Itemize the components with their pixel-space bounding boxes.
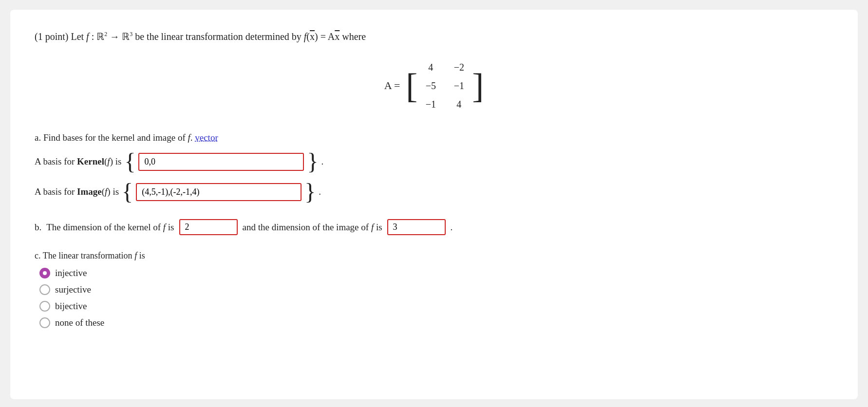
radio-none-label: none of these [55,317,104,328]
radio-none[interactable]: none of these [39,317,833,328]
part-b-text2: and the dimension of the image of f is [243,222,382,233]
radio-bijective-circle[interactable] [39,301,50,312]
part-c: c. The linear transformation f is inject… [35,251,833,328]
kernel-label-text: A basis for Kernel(f) is [35,156,121,167]
matrix-bracket-container: [ 4 −2 −5 −1 −1 4 ] [406,58,484,113]
part-a: a. Find bases for the kernel and image o… [35,132,833,204]
kernel-period: . [321,156,323,167]
image-period: . [319,186,321,197]
cell-20: −1 [426,99,436,110]
kernel-dim-input[interactable] [179,219,238,235]
part-b: b. The dimension of the kernel of f is a… [35,219,833,235]
kernel-input[interactable] [138,153,304,171]
image-close-brace: } [304,180,316,204]
kernel-row: A basis for Kernel(f) is { } . [35,150,833,173]
matrix-section: A = [ 4 −2 −5 −1 −1 4 ] [35,58,833,113]
vector-link[interactable]: vector [195,132,218,143]
part-b-text1: The dimension of the kernel of f is [46,222,174,233]
radio-surjective-circle[interactable] [39,284,50,295]
radio-surjective[interactable]: surjective [39,284,833,295]
matrix-equation: A = [ 4 −2 −5 −1 −1 4 ] [384,58,484,113]
question-card: (1 point) Let f : ℝ2 → ℝ3 be the linear … [10,10,858,399]
radio-bijective[interactable]: bijective [39,301,833,312]
image-input[interactable] [136,183,302,201]
bracket-right: ] [472,68,484,103]
radio-injective-label: injective [55,268,87,278]
part-c-letter: c. [35,251,41,260]
image-open-brace: { [122,180,133,204]
cell-21: 4 [456,99,461,110]
dim-row: b. The dimension of the kernel of f is a… [35,219,833,235]
radio-injective[interactable]: injective [39,268,833,278]
kernel-close-brace: } [307,150,318,173]
cell-11: −1 [454,80,464,92]
image-row: A basis for Image(f) is { } . [35,180,833,204]
question-intro: (1 point) Let f : ℝ2 → ℝ3 be the linear … [35,31,366,42]
radio-bijective-label: bijective [55,301,87,312]
cell-01: −2 [454,62,464,73]
part-c-text: The linear transformation f is [43,251,145,260]
part-a-text: Find bases for the kernel and image of f… [43,132,218,143]
part-b-letter: b. [35,222,41,233]
bracket-left: [ [406,68,417,103]
part-c-label: c. The linear transformation f is [35,251,833,261]
radio-group: injective surjective bijective none of t… [39,268,833,328]
cell-10: −5 [426,80,436,92]
cell-00: 4 [428,62,433,73]
radio-injective-circle[interactable] [39,268,50,278]
radio-none-circle[interactable] [39,317,50,328]
part-a-letter: a. [35,132,41,143]
matrix-cells: 4 −2 −5 −1 −1 4 [418,58,471,113]
image-label-text: A basis for Image(f) is [35,186,119,197]
radio-surjective-label: surjective [55,284,91,295]
part-a-label: a. Find bases for the kernel and image o… [35,132,833,143]
part-b-period: . [451,222,453,233]
kernel-open-brace: { [124,150,135,173]
image-dim-input[interactable] [387,219,446,235]
matrix-label: A = [384,79,400,92]
question-header: (1 point) Let f : ℝ2 → ℝ3 be the linear … [35,29,833,44]
